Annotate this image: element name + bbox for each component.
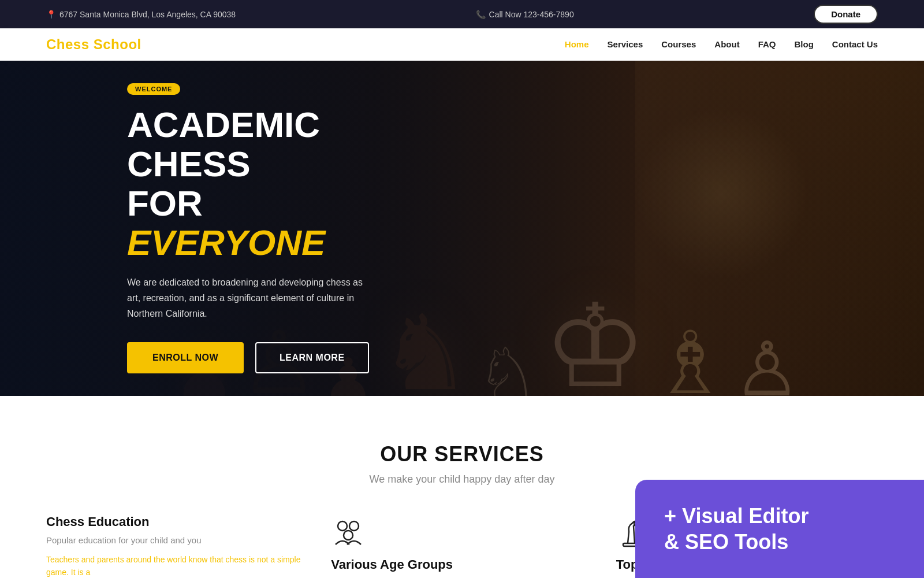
visual-editor-line1: + Visual Editor xyxy=(664,503,895,529)
logo-chess-icon: s xyxy=(73,36,81,52)
location-icon: 📍 xyxy=(46,10,56,19)
hero-title-line1: ACADEMIC CHESS xyxy=(127,105,320,184)
welcome-badge: WELCOME xyxy=(127,83,180,95)
hero-buttons: Enroll Now Learn More xyxy=(127,342,404,373)
visual-editor-line2: & SEO Tools xyxy=(664,529,895,555)
nav-link-courses[interactable]: Courses xyxy=(661,39,696,49)
services-title: OUR SERVICES xyxy=(46,442,878,466)
nav-link-services[interactable]: Services xyxy=(608,39,643,49)
top-bar: 📍 6767 Santa Monica Blvd, Los Angeles, C… xyxy=(0,0,924,28)
top-bar-donate[interactable]: Donate xyxy=(814,5,878,24)
hero-section: ♟ ♙ ♟ ♞ ♘ ♔ ♗ ♙ WELCOME ACADEMIC CHESS F… xyxy=(0,61,924,396)
nav-link-contact[interactable]: Contact Us xyxy=(832,39,878,49)
top-bar-phone: 📞 Call Now 123-456-7890 xyxy=(476,10,574,19)
visual-editor-banner: + Visual Editor & SEO Tools xyxy=(635,480,924,578)
nav-link-blog[interactable]: Blog xyxy=(794,39,813,49)
nav-link-faq[interactable]: FAQ xyxy=(758,39,776,49)
nav-item-services[interactable]: Services xyxy=(608,39,643,50)
nav-item-blog[interactable]: Blog xyxy=(794,39,813,50)
service-card-age-groups: Various Age Groups We provide chess clas… xyxy=(331,514,593,578)
nav-link-home[interactable]: Home xyxy=(565,39,589,49)
service-education-desc: Popular education for your child and you xyxy=(46,535,308,545)
nav-item-faq[interactable]: FAQ xyxy=(758,39,776,50)
address-text: 6767 Santa Monica Blvd, Los Angeles, CA … xyxy=(59,10,236,19)
nav-links: Home Services Courses About FAQ Blog Con… xyxy=(565,39,878,50)
svg-point-2 xyxy=(344,531,353,540)
donate-button[interactable]: Donate xyxy=(814,5,878,24)
hero-title: ACADEMIC CHESS FOR EVERYONE xyxy=(127,105,404,263)
top-bar-address: 📍 6767 Santa Monica Blvd, Los Angeles, C… xyxy=(46,10,236,19)
nav-item-home[interactable]: Home xyxy=(565,39,589,50)
hero-title-highlight: EVERYONE xyxy=(127,223,325,262)
learn-more-button[interactable]: Learn More xyxy=(255,342,369,373)
enroll-now-button[interactable]: Enroll Now xyxy=(127,342,244,373)
service-education-body: Teachers and parents around the world kn… xyxy=(46,553,308,578)
service-education-title: Chess Education xyxy=(46,514,308,529)
svg-point-0 xyxy=(338,521,347,531)
navbar: Chess School Home Services Courses About… xyxy=(0,28,924,61)
hero-content: WELCOME ACADEMIC CHESS FOR EVERYONE We a… xyxy=(0,83,404,373)
service-age-title: Various Age Groups xyxy=(331,557,593,572)
phone-icon: 📞 xyxy=(476,10,486,19)
service-card-education: Chess Education Popular education for yo… xyxy=(46,514,308,578)
nav-item-about[interactable]: About xyxy=(714,39,739,50)
nav-item-contact[interactable]: Contact Us xyxy=(832,39,878,50)
hero-subtitle: We are dedicated to broadening and devel… xyxy=(127,275,370,322)
logo-text-part1: Che xyxy=(46,36,73,52)
nav-link-about[interactable]: About xyxy=(714,39,739,49)
logo: Chess School xyxy=(46,36,141,53)
nav-item-courses[interactable]: Courses xyxy=(661,39,696,50)
services-header: OUR SERVICES We make your child happy da… xyxy=(46,442,878,486)
hero-title-line2-normal: FOR xyxy=(127,183,203,223)
group-icon xyxy=(331,514,366,549)
svg-point-1 xyxy=(349,521,359,531)
logo-text-part2: s School xyxy=(81,36,141,52)
phone-text: Call Now 123-456-7890 xyxy=(489,10,574,19)
